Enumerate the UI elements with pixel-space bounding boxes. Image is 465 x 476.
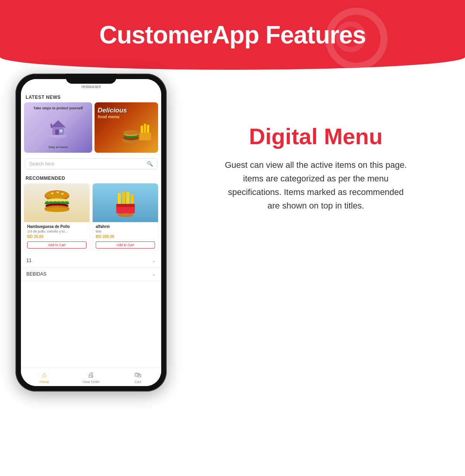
search-icon: 🔍 — [147, 161, 153, 167]
header-banner: CustomerApp Features — [0, 0, 465, 70]
main-content: restaurant LATEST NEWS Take steps to pro… — [0, 70, 465, 407]
news-card-1-bottom-text: Stay at home — [48, 145, 68, 149]
feature-title: Digital Menu — [249, 124, 383, 149]
nav-view-order-label: View Order — [83, 380, 100, 384]
add-to-cart-btn-1[interactable]: Add to Cart — [27, 241, 86, 248]
svg-rect-7 — [141, 126, 143, 133]
svg-rect-26 — [118, 193, 121, 205]
burger-image — [24, 183, 90, 222]
news-card-2-content: Delicious food menu — [95, 102, 158, 153]
product-2-desc: test — [96, 229, 155, 233]
product-1-desc: 1/4 de pollo, cebolla y to... — [27, 229, 86, 233]
phone-notch — [66, 74, 116, 84]
svg-rect-29 — [131, 194, 134, 204]
svg-rect-28 — [126, 192, 129, 204]
burger-svg — [41, 187, 72, 218]
news-card-2: Delicious food menu — [95, 102, 158, 153]
product-2-info: alfahrm test BD 200.00 Add to Cart — [93, 222, 158, 251]
bottom-nav: ⌂ Home 🖨 View Order 🛍 Cart — [21, 367, 161, 386]
svg-rect-8 — [144, 124, 146, 133]
news-row: Take steps to protect yourself — [21, 102, 161, 157]
cart-icon: 🛍 — [134, 371, 141, 379]
right-content: Digital Menu Guest can view all the acti… — [190, 85, 442, 213]
printer-icon: 🖨 — [88, 371, 95, 379]
product-card-2: alfahrm test BD 200.00 Add to Cart — [93, 183, 158, 251]
product-card-1: Hambueguesa de Pollo 1/4 de pollo, cebol… — [24, 183, 90, 251]
nav-home[interactable]: ⌂ Home — [21, 368, 68, 386]
svg-rect-27 — [122, 191, 125, 205]
category-11-name: 11 — [26, 258, 31, 263]
svg-rect-9 — [147, 125, 149, 133]
category-bebidas[interactable]: BEBIDAS ⌄ — [21, 267, 161, 281]
house-icon — [46, 117, 70, 139]
phone-outer: restaurant LATEST NEWS Take steps to pro… — [16, 74, 167, 391]
svg-marker-1 — [50, 120, 66, 127]
chevron-down-icon-2: ⌄ — [152, 271, 156, 277]
nav-cart-label: Cart — [134, 380, 141, 384]
product-1-price: BD 25.00 — [27, 235, 86, 239]
news-card-1-top-text: Take steps to protect yourself — [33, 106, 83, 111]
svg-rect-4 — [60, 129, 62, 132]
category-11[interactable]: 11 ⌄ — [21, 254, 161, 267]
recommended-label: RECOMMENDED — [21, 172, 161, 183]
latest-news-label: LATEST NEWS — [21, 91, 161, 102]
svg-marker-6 — [50, 122, 52, 126]
fries-svg — [110, 187, 141, 218]
nav-view-order[interactable]: 🖨 View Order — [68, 368, 115, 386]
category-bebidas-name: BEBIDAS — [26, 271, 46, 277]
statusbar-text: restaurant — [81, 84, 101, 89]
home-icon: ⌂ — [42, 371, 46, 379]
feature-description: Guest can view all the active items on t… — [223, 158, 409, 213]
nav-home-label: Home — [40, 380, 49, 384]
svg-point-22 — [45, 207, 69, 212]
svg-rect-31 — [116, 204, 135, 207]
product-2-name: alfahrm — [96, 224, 155, 229]
food-menu-subtitle: food menu — [98, 114, 127, 119]
products-row: Hambueguesa de Pollo 1/4 de pollo, cebol… — [21, 183, 161, 251]
fries-image — [93, 183, 158, 222]
product-2-price: BD 200.00 — [96, 235, 155, 239]
search-placeholder: Search here — [29, 161, 147, 167]
search-bar[interactable]: Search here 🔍 — [25, 158, 157, 169]
svg-point-32 — [118, 213, 133, 217]
product-1-info: Hambueguesa de Pollo 1/4 de pollo, cebol… — [24, 222, 90, 251]
svg-rect-10 — [140, 133, 151, 140]
svg-rect-3 — [55, 129, 59, 135]
food-illustration — [119, 114, 158, 153]
deco-circle-inner — [335, 21, 366, 52]
phone-inner: restaurant LATEST NEWS Take steps to pro… — [21, 79, 161, 386]
nav-cart[interactable]: 🛍 Cart — [114, 368, 161, 386]
phone-mockup: restaurant LATEST NEWS Take steps to pro… — [16, 74, 167, 391]
news-card-1: Take steps to protect yourself — [24, 102, 92, 153]
add-to-cart-btn-2[interactable]: Add to Cart — [96, 241, 155, 248]
delicious-title: Delicious — [98, 107, 127, 114]
svg-point-15 — [123, 130, 139, 135]
chevron-down-icon-1: ⌄ — [152, 258, 156, 263]
app-content: restaurant LATEST NEWS Take steps to pro… — [21, 79, 161, 386]
product-1-name: Hambueguesa de Pollo — [27, 224, 86, 229]
